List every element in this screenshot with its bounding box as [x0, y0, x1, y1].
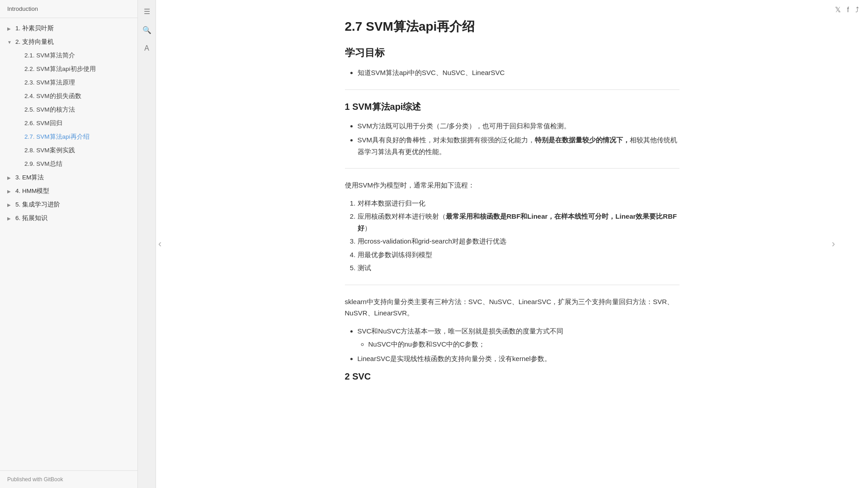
sidebar-header: Introduction: [0, 0, 137, 18]
list-item: LinearSVC是实现线性核函数的支持向量分类，没有kernel参数。: [358, 353, 679, 365]
section4-intro: sklearn中支持向量分类主要有三种方法：SVC、NuSVC、LinearSV…: [345, 296, 679, 319]
section3-steps: 对样本数据进行归一化 应用核函数对样本进行映射（最常采用和核函数是RBF和Lin…: [358, 197, 679, 274]
menu-icon[interactable]: ☰: [142, 5, 152, 18]
section1-list: 知道SVM算法api中的SVC、NuSVC、LinearSVC: [358, 67, 679, 79]
sidebar-item-ch2-1[interactable]: 2.1. SVM算法简介: [0, 49, 137, 62]
section4-list: SVC和NuSVC方法基本一致，唯一区别就是损失函数的度量方式不同 NuSVC中…: [358, 325, 679, 365]
sidebar-item-label: 2.2. SVM算法api初步使用: [24, 65, 96, 73]
sidebar-item-label: 2.5. SVM的核方法: [24, 106, 75, 114]
arrow-icon: ▶: [7, 175, 14, 180]
sidebar-item-label: 1. 补素贝叶斯: [15, 24, 54, 33]
sidebar-title: Introduction: [7, 5, 38, 12]
list-item: 用cross-validation和grid-search对超参数进行优选: [358, 235, 679, 247]
list-item: 应用核函数对样本进行映射（最常采用和核函数是RBF和Linear，在样本线性可分…: [358, 211, 679, 234]
sidebar-item-ch1[interactable]: ▶1. 补素贝叶斯: [0, 22, 137, 35]
section2-title: 1 SVM算法api综述: [345, 101, 679, 113]
list-item: 知道SVM算法api中的SVC、NuSVC、LinearSVC: [358, 67, 679, 79]
sidebar-item-label: 2.9. SVM总结: [24, 160, 62, 168]
font-icon[interactable]: A: [142, 42, 151, 54]
divider3: [345, 285, 679, 285]
sidebar-item-label: 2. 支持向量机: [15, 38, 54, 46]
list-item: 用最优参数训练得到模型: [358, 249, 679, 261]
search-icon[interactable]: 🔍: [141, 24, 153, 36]
sidebar-item-ch2[interactable]: ▼2. 支持向量机: [0, 35, 137, 49]
sidebar-item-label: 6. 拓展知识: [15, 214, 47, 222]
sidebar-item-label: 5. 集成学习进阶: [15, 201, 60, 209]
share-icon[interactable]: ⤴: [855, 6, 859, 14]
list-item: NuSVC中的nu参数和SVC中的C参数；: [368, 338, 679, 350]
sidebar-item-label: 4. HMM模型: [15, 187, 49, 195]
twitter-icon[interactable]: 𝕏: [835, 5, 841, 14]
list-item: SVC和NuSVC方法基本一致，唯一区别就是损失函数的度量方式不同 NuSVC中…: [358, 325, 679, 350]
sidebar-item-label: 2.7. SVM算法api再介绍: [24, 133, 90, 141]
sidebar: Introduction ▶1. 补素贝叶斯▼2. 支持向量机2.1. SVM算…: [0, 0, 138, 488]
arrow-icon: ▼: [7, 40, 14, 45]
sidebar-footer: Published with GitBook: [0, 470, 137, 488]
content-area: 2.7 SVM算法api再介绍 学习目标 知道SVM算法api中的SVC、NuS…: [309, 0, 716, 488]
list-item: 测试: [358, 262, 679, 274]
sidebar-item-ch6[interactable]: ▶6. 拓展知识: [0, 211, 137, 225]
facebook-icon[interactable]: f: [847, 6, 849, 14]
sidebar-item-ch3[interactable]: ▶3. EM算法: [0, 171, 137, 184]
sidebar-item-label: 2.4. SVM的损失函数: [24, 92, 81, 100]
sidebar-item-ch2-4[interactable]: 2.4. SVM的损失函数: [0, 89, 137, 103]
sidebar-item-label: 2.6. SVM回归: [24, 119, 62, 127]
sidebar-item-ch5[interactable]: ▶5. 集成学习进阶: [0, 198, 137, 211]
section5-title: 2 SVC: [345, 371, 679, 382]
sidebar-item-ch2-3[interactable]: 2.3. SVM算法原理: [0, 76, 137, 89]
arrow-icon: ▶: [7, 216, 14, 221]
main-wrapper: 𝕏 f ⤴ 2.7 SVM算法api再介绍 学习目标 知道SVM算法api中的S…: [156, 0, 868, 488]
sidebar-item-label: 2.3. SVM算法原理: [24, 79, 75, 87]
sidebar-nav: ▶1. 补素贝叶斯▼2. 支持向量机2.1. SVM算法简介2.2. SVM算法…: [0, 18, 137, 470]
arrow-icon: ▶: [7, 202, 14, 207]
left-panel: ☰ 🔍 A: [138, 0, 156, 488]
divider2: [345, 168, 679, 169]
divider1: [345, 89, 679, 90]
sidebar-item-label: 3. EM算法: [15, 174, 44, 182]
section3-intro: 使用SVM作为模型时，通常采用如下流程：: [345, 179, 679, 191]
sidebar-item-label: 2.8. SVM案例实践: [24, 146, 75, 155]
prev-button[interactable]: ‹: [155, 235, 165, 253]
next-button[interactable]: ›: [828, 235, 839, 253]
list-item: SVM方法既可以用于分类（二/多分类），也可用于回归和异常值检测。: [358, 120, 679, 132]
sidebar-item-ch2-7[interactable]: 2.7. SVM算法api再介绍: [0, 130, 137, 144]
page-title: 2.7 SVM算法api再介绍: [345, 18, 679, 35]
sidebar-item-ch4[interactable]: ▶4. HMM模型: [0, 184, 137, 198]
sidebar-item-ch2-8[interactable]: 2.8. SVM案例实践: [0, 144, 137, 157]
arrow-icon: ▶: [7, 189, 14, 194]
list-item: SVM具有良好的鲁棒性，对未知数据拥有很强的泛化能力，特别是在数据量较少的情况下…: [358, 134, 679, 157]
list-item: 对样本数据进行归一化: [358, 197, 679, 209]
sidebar-item-label: 2.1. SVM算法简介: [24, 52, 75, 60]
sidebar-item-ch2-9[interactable]: 2.9. SVM总结: [0, 157, 137, 171]
sidebar-item-ch2-2[interactable]: 2.2. SVM算法api初步使用: [0, 62, 137, 76]
section1-title: 学习目标: [345, 46, 679, 60]
section2-list: SVM方法既可以用于分类（二/多分类），也可用于回归和异常值检测。 SVM具有良…: [358, 120, 679, 158]
arrow-icon: ▶: [7, 26, 14, 31]
sidebar-item-ch2-6[interactable]: 2.6. SVM回归: [0, 117, 137, 130]
sidebar-item-ch2-5[interactable]: 2.5. SVM的核方法: [0, 103, 137, 117]
right-toolbar: 𝕏 f ⤴: [835, 5, 859, 14]
